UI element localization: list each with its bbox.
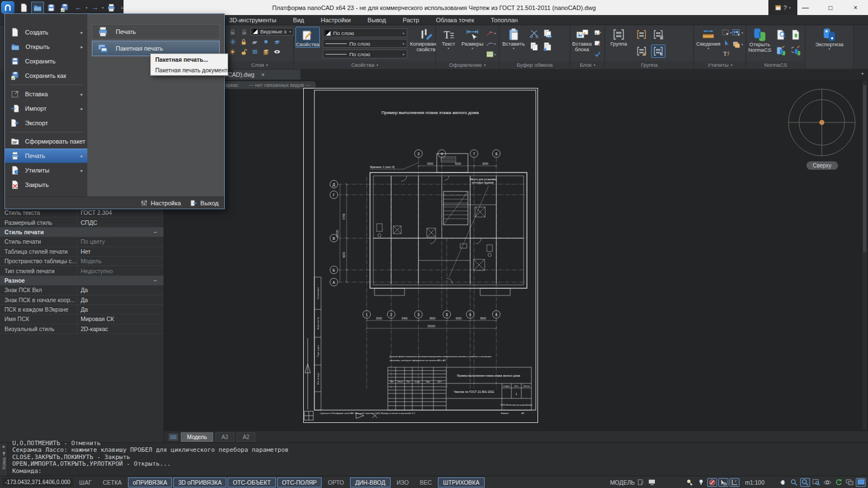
info-button[interactable]: Сведения ▾ xyxy=(696,27,721,51)
undo-button[interactable]: ← xyxy=(72,2,85,14)
toggle-osnap[interactable]: оПРИВЯЗКА xyxy=(128,477,172,487)
toggle-dyn-input[interactable]: ДИН-ВВОД xyxy=(350,477,390,487)
tab-3d-tools[interactable]: 3D-инструменты xyxy=(229,17,277,23)
select-frame-icon[interactable]: ▾ xyxy=(721,28,732,37)
properties-button[interactable]: Свойства xyxy=(295,27,320,48)
color-dropdown[interactable]: По слою ▾ xyxy=(323,28,407,37)
viewport-icon[interactable] xyxy=(647,478,657,487)
save-as-button[interactable] xyxy=(58,2,71,14)
layer-plane-icon[interactable] xyxy=(249,37,260,46)
group-edit-icon[interactable] xyxy=(634,45,649,58)
paste-button[interactable]: Вставить ▾ xyxy=(501,27,526,51)
menu-item-new[interactable]: Создать▸ xyxy=(5,25,87,40)
layer-freeze-dim-icon[interactable] xyxy=(239,27,250,36)
menu-item-close[interactable]: Закрыть xyxy=(5,178,87,192)
menu-item-print[interactable]: Печать▸ xyxy=(5,149,87,163)
tab-close-icon[interactable]: × xyxy=(261,71,264,78)
command-pin-icon[interactable] xyxy=(2,451,6,456)
copy-icon[interactable] xyxy=(529,42,540,51)
collapse-icon[interactable]: − xyxy=(154,277,164,284)
ucs-dynamic-icon[interactable] xyxy=(729,478,739,487)
tab-point-clouds[interactable]: Облака точек xyxy=(436,17,474,23)
text-button[interactable]: Текст ▾ xyxy=(437,27,460,51)
property-row[interactable]: Размерный стильСПДС xyxy=(0,218,164,227)
tab-output[interactable]: Вывод xyxy=(367,17,386,23)
panel-caret-icon[interactable]: ▾ xyxy=(594,63,595,67)
viewports-icon[interactable] xyxy=(845,478,855,487)
panel-caret-icon[interactable]: ▾ xyxy=(484,63,486,67)
scale-readout[interactable]: m1:100 xyxy=(745,479,765,486)
close-button[interactable]: × xyxy=(843,0,868,15)
zoom-realtime-icon[interactable] xyxy=(789,478,799,487)
group-button[interactable]: Группа xyxy=(606,27,631,47)
tab-settings[interactable]: Настройки xyxy=(320,17,351,23)
help-caret-icon[interactable]: ▾ xyxy=(789,6,791,9)
group-select-icon[interactable] xyxy=(651,45,665,58)
property-row[interactable]: ПСК в каждом ВЭкранеДа xyxy=(0,305,164,314)
canvas-scrollbar[interactable] xyxy=(862,81,867,430)
lightbulb-icon[interactable] xyxy=(696,478,706,487)
property-row[interactable]: Пространство таблицы с...Модель xyxy=(0,257,164,266)
restore-button[interactable]: □ xyxy=(818,0,843,15)
property-section[interactable]: Стиль печати− xyxy=(0,228,164,237)
table-icon[interactable]: ▾ xyxy=(485,50,496,59)
menu-item-insert[interactable]: Вставка▸ xyxy=(5,87,87,101)
layer-states-icon[interactable] xyxy=(249,47,260,56)
tab-list-caret-icon[interactable]: ▾ xyxy=(861,71,864,76)
toggle-otrack-polar[interactable]: ОТС-ПОЛЯР xyxy=(277,477,322,487)
property-row[interactable]: Таблица стилей печатиНет xyxy=(0,247,164,257)
undo-caret-icon[interactable]: ▾ xyxy=(86,6,87,9)
expertise-button[interactable]: Экспертиза ▾ xyxy=(813,27,846,51)
property-row[interactable]: Стиль текстаГОСТ 2.304 xyxy=(0,208,164,218)
menu-item-import[interactable]: Импорт▸ xyxy=(5,101,87,116)
light-cursor-icon[interactable] xyxy=(685,478,695,487)
qat-customize-icon[interactable]: ≡ xyxy=(121,5,124,11)
zoom-extents-icon[interactable] xyxy=(811,478,821,487)
minimize-button[interactable]: — xyxy=(793,0,818,15)
new-file-button[interactable] xyxy=(18,2,30,14)
layers-stack-icon[interactable] xyxy=(260,47,272,56)
leader-icon[interactable]: ▾ xyxy=(485,28,496,38)
panel-caret-icon[interactable]: ▾ xyxy=(377,63,378,67)
tab-raster[interactable]: Растр xyxy=(403,17,420,23)
copy-with-basepoint-icon[interactable] xyxy=(542,29,553,38)
no-selection-cycling-icon[interactable] xyxy=(707,478,717,487)
toggle-otrack-object[interactable]: ОТС-ОБЪЕКТ xyxy=(228,477,275,487)
toggle-lineweight[interactable]: ВЕС xyxy=(415,477,437,487)
panel-caret-icon[interactable]: ▾ xyxy=(731,63,732,67)
layer-pin-icon[interactable] xyxy=(272,37,283,46)
lineweight-dropdown[interactable]: По слою ▾ xyxy=(323,50,407,58)
sheet-setup-icon[interactable] xyxy=(636,478,646,487)
insert-block-button[interactable]: Вставка блока xyxy=(572,27,592,53)
redo-caret-icon[interactable]: ▾ xyxy=(102,6,103,9)
menu-exit-button[interactable]: Выход xyxy=(190,199,219,207)
toggle-grid[interactable]: СЕТКА xyxy=(98,477,127,487)
layer-lock-dim-icon[interactable] xyxy=(227,27,238,36)
polyline-icon[interactable]: ▾ xyxy=(485,39,496,48)
layer-lock-icon[interactable] xyxy=(238,37,249,46)
normacs-doc-icon[interactable] xyxy=(789,28,802,41)
command-close-icon[interactable]: × xyxy=(2,444,5,450)
layer-freeze-icon[interactable] xyxy=(227,37,238,46)
menu-item-save[interactable]: Сохранить xyxy=(5,54,87,68)
block-redefine-icon[interactable] xyxy=(592,38,603,48)
property-row[interactable]: Тип стилей печатиНедоступно xyxy=(0,266,164,275)
dimensions-button[interactable]: Размеры ▾ xyxy=(460,27,485,51)
zoom-window-icon[interactable] xyxy=(800,478,810,487)
toggle-snap-step[interactable]: ШАГ xyxy=(74,477,96,487)
normacs-find-doc-icon[interactable] xyxy=(774,28,787,41)
block-attrib-icon[interactable] xyxy=(592,49,603,58)
isolate-objects-icon[interactable]: ▾ xyxy=(732,28,743,37)
cut-icon[interactable] xyxy=(529,29,540,38)
nanocad-logo[interactable] xyxy=(1,1,14,14)
selection-preview-icon[interactable] xyxy=(718,478,728,487)
tab-topoplan[interactable]: Топоплан xyxy=(491,17,518,23)
menu-item-export[interactable]: Экспорт xyxy=(5,116,87,130)
popup-item-batch-print[interactable]: Пакетная печать... xyxy=(151,54,228,65)
submenu-item-print[interactable]: Печать xyxy=(92,24,220,40)
quick-select-icon[interactable] xyxy=(721,38,732,48)
fullscreen-icon[interactable] xyxy=(856,478,866,487)
save-button[interactable] xyxy=(45,2,57,14)
normacs-link-icon[interactable] xyxy=(789,44,802,57)
toggle-ortho[interactable]: ОРТО xyxy=(323,477,349,487)
